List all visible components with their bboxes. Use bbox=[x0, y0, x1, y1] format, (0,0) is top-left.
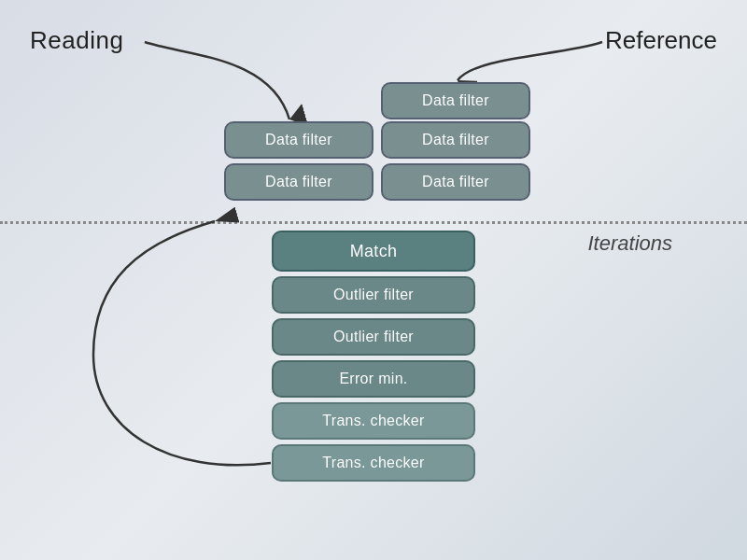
outlier-filter-1: Outlier filter bbox=[272, 276, 475, 314]
error-min-box: Error min. bbox=[272, 360, 475, 398]
dotted-divider bbox=[0, 221, 747, 224]
diagram-container: Reading Reference Iterations Data filter bbox=[0, 0, 747, 560]
ref-filter-0: Data filter bbox=[381, 82, 530, 119]
trans-checker-1: Trans. checker bbox=[272, 402, 475, 440]
match-box: Match bbox=[272, 231, 475, 272]
ref-filter-2: Data filter bbox=[381, 163, 530, 201]
trans-checker-2: Trans. checker bbox=[272, 444, 475, 482]
reading-label: Reading bbox=[30, 26, 123, 55]
outlier-filter-2: Outlier filter bbox=[272, 318, 475, 356]
reference-label: Reference bbox=[605, 26, 717, 55]
reading-filter-1: Data filter bbox=[224, 121, 374, 159]
iterations-label: Iterations bbox=[588, 231, 673, 256]
reading-filter-2: Data filter bbox=[224, 163, 374, 201]
ref-filter-1: Data filter bbox=[381, 121, 530, 159]
